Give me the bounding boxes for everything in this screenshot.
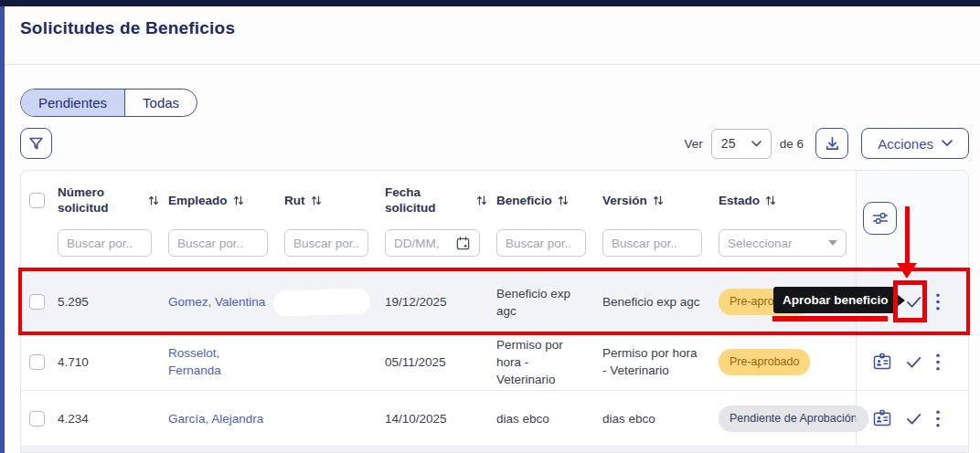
kebab-menu-icon[interactable] [935, 292, 941, 311]
funnel-icon [27, 135, 45, 153]
header-checkbox-cell [21, 171, 58, 229]
numero-search-input[interactable] [58, 229, 152, 257]
title-divider [5, 64, 980, 65]
actions-label: Acciones [878, 136, 933, 152]
chevron-down-icon [942, 140, 953, 147]
cell-actions [856, 271, 968, 332]
employee-link[interactable]: Gomez, Valentina [168, 271, 284, 332]
kebab-menu-icon[interactable] [935, 353, 941, 372]
approve-check-icon[interactable] [904, 409, 923, 428]
filter-cell-estado: Seleccionar [719, 229, 856, 270]
empleado-search-input[interactable] [168, 229, 268, 257]
page-size-value: 25 [721, 136, 736, 151]
employee-card-icon[interactable] [872, 352, 892, 372]
sort-icon[interactable] [476, 195, 487, 206]
cell-actions [856, 391, 968, 446]
column-header-version[interactable]: Versión [602, 171, 719, 229]
tab-todas[interactable]: Todas [124, 90, 197, 116]
cell-version: Beneficio exp agc [602, 271, 719, 332]
cell-estado: Pre-aprobado [719, 333, 856, 390]
cell-rut [284, 391, 385, 446]
kebab-menu-icon[interactable] [935, 409, 941, 428]
filter-cell-rut [284, 229, 385, 270]
table-toolbar: Ver 25 de 6 Acciones [685, 128, 969, 159]
table-row[interactable]: 4.234 García, Alejandra 14/10/2025 dias … [21, 390, 968, 446]
chevron-down-icon [751, 141, 762, 147]
cell-estado: Pendiente de Aprobación [719, 391, 856, 446]
redacted-rut [273, 404, 371, 433]
sort-icon[interactable] [233, 195, 244, 206]
estado-select[interactable]: Seleccionar [719, 229, 847, 257]
calendar-icon[interactable] [455, 236, 471, 251]
sort-icon[interactable] [653, 195, 664, 206]
row-checkbox[interactable] [29, 411, 45, 427]
column-settings-button[interactable] [863, 202, 897, 235]
left-accent-bar [0, 6, 5, 453]
filter-checkbox-spacer [21, 229, 58, 270]
cell-numero: 4.710 [58, 333, 168, 390]
cell-fecha: 05/11/2025 [385, 333, 496, 390]
filter-cell-version [602, 229, 719, 270]
version-search-input[interactable] [602, 229, 702, 257]
select-caret-icon [828, 240, 837, 246]
download-button[interactable] [815, 128, 848, 159]
page-size-select[interactable]: 25 [711, 129, 772, 159]
employee-link[interactable]: García, Alejandra [168, 391, 284, 446]
column-header-rut[interactable]: Rut [284, 171, 385, 229]
download-icon [824, 135, 841, 153]
row-checkbox-cell [21, 271, 58, 332]
page-title: Solicitudes de Beneficios [20, 18, 235, 38]
actions-filter-spacer [856, 229, 968, 270]
table-filter-row: DD/MM, Seleccionar [21, 229, 968, 270]
row-checkbox-cell [21, 333, 58, 390]
status-badge: Pendiente de Aprobación [719, 406, 868, 432]
filter-button[interactable] [20, 128, 52, 159]
row-checkbox[interactable] [29, 294, 45, 310]
table-row[interactable]: 5.295 Gomez, Valentina 19/12/2025 Benefi… [21, 270, 968, 332]
status-badge: Pre-aprobado [719, 349, 810, 375]
column-settings-icon [870, 208, 890, 228]
filter-cell-empleado [168, 229, 284, 270]
employee-card-icon[interactable] [872, 292, 892, 312]
actions-dropdown-button[interactable]: Acciones [861, 128, 969, 159]
cell-actions [856, 333, 968, 390]
cell-rut [284, 333, 385, 390]
filter-cell-beneficio [496, 229, 602, 270]
sort-icon[interactable] [558, 195, 569, 206]
column-header-fecha[interactable]: Fecha solicitud [385, 171, 496, 229]
cell-rut [284, 271, 385, 332]
beneficio-search-input[interactable] [496, 229, 586, 257]
row-checkbox[interactable] [29, 354, 45, 370]
total-count-label: de 6 [780, 137, 804, 151]
row-checkbox-cell [21, 391, 58, 446]
status-tabs: Pendientes Todas [20, 89, 197, 117]
approve-check-icon[interactable] [904, 353, 923, 372]
select-all-checkbox[interactable] [29, 193, 45, 208]
cell-beneficio: dias ebco [496, 391, 602, 446]
top-accent-bar [0, 0, 980, 6]
approve-check-icon[interactable] [904, 292, 923, 311]
employee-card-icon[interactable] [872, 408, 892, 428]
rut-search-input[interactable] [284, 229, 368, 257]
cell-version: Permiso por hora - Veterinario [602, 333, 719, 390]
cell-fecha: 14/10/2025 [385, 391, 496, 446]
sort-icon[interactable] [148, 195, 159, 206]
table-header-row: Número solicitud Empleado Rut Fecha soli… [21, 171, 968, 229]
fecha-date-input[interactable]: DD/MM, [385, 229, 480, 257]
column-header-estado[interactable]: Estado [719, 171, 856, 229]
column-header-beneficio[interactable]: Beneficio [496, 171, 602, 229]
cell-numero: 5.295 [58, 271, 168, 332]
employee-link[interactable]: Rosselot, Fernanda [168, 333, 284, 390]
cell-beneficio: Beneficio exp agc [496, 271, 602, 332]
cell-estado: Pre-aprobado [719, 271, 856, 332]
column-header-empleado[interactable]: Empleado [168, 171, 284, 229]
cell-beneficio: Permiso por hora - Veterinario [496, 333, 602, 390]
table-row[interactable]: 4.710 Rosselot, Fernanda 05/11/2025 Perm… [21, 332, 968, 390]
cell-version: dias ebco [602, 391, 719, 446]
sort-icon[interactable] [765, 195, 776, 206]
sort-icon[interactable] [311, 195, 322, 206]
filter-cell-fecha: DD/MM, [385, 229, 496, 270]
tab-pendientes[interactable]: Pendientes [21, 90, 124, 116]
next-row-partial [21, 446, 968, 453]
column-header-numero[interactable]: Número solicitud [58, 171, 168, 229]
